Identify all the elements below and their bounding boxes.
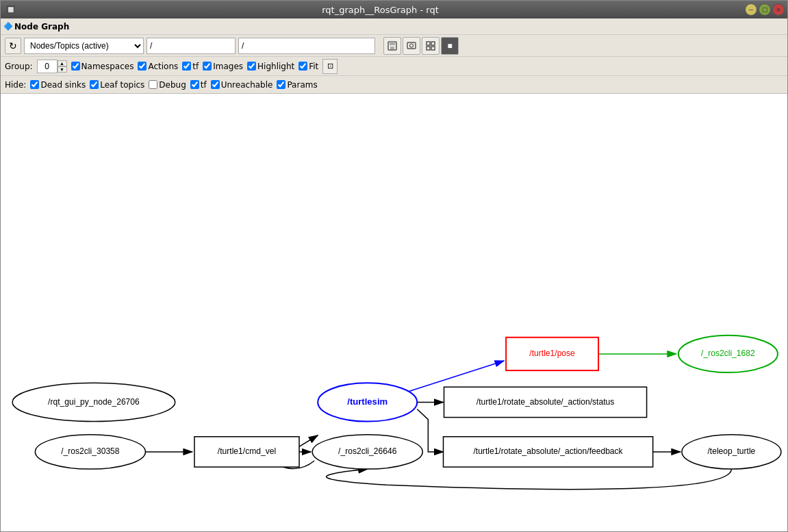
hide-tf-label[interactable]: tf bbox=[190, 80, 207, 90]
tf-label[interactable]: tf bbox=[182, 62, 199, 71]
images-label[interactable]: Images bbox=[203, 62, 243, 71]
refresh-button[interactable]: ↻ bbox=[5, 38, 21, 54]
close-button[interactable]: × bbox=[772, 3, 785, 16]
titlebar: 🔲 rqt_graph__RosGraph - rqt − □ × bbox=[1, 1, 787, 18]
fit-icon-button[interactable]: ⊡ bbox=[322, 59, 338, 74]
toggle-bg-button[interactable]: ■ bbox=[441, 37, 459, 55]
group-label: Group: bbox=[5, 62, 33, 71]
toolbar: ↻ Nodes/Topics (active) Nodes only Topic… bbox=[1, 35, 787, 57]
app-icon: 🔲 bbox=[1, 5, 16, 14]
svg-rect-5 bbox=[427, 42, 430, 45]
debug-label[interactable]: Debug bbox=[149, 80, 186, 90]
svg-rect-6 bbox=[431, 42, 435, 45]
namespaces-label[interactable]: Namespaces bbox=[71, 62, 134, 71]
node-graph-icon: 🔷 bbox=[3, 22, 13, 31]
unreachable-label[interactable]: Unreachable bbox=[211, 80, 273, 90]
view-mode-dropdown[interactable]: Nodes/Topics (active) Nodes only Topics … bbox=[24, 38, 144, 54]
fit-view-button[interactable] bbox=[422, 37, 440, 55]
window-controls: − □ × bbox=[745, 3, 787, 16]
minimize-button[interactable]: − bbox=[745, 3, 757, 16]
tf-checkbox[interactable] bbox=[182, 62, 191, 71]
spin-up-button[interactable]: ▲ bbox=[58, 60, 67, 66]
svg-rect-1 bbox=[390, 42, 395, 45]
menubar: 🔷 Node Graph bbox=[1, 18, 787, 35]
node-turtlesim-label: /turtlesim bbox=[347, 396, 387, 407]
main-window: 🔲 rqt_graph__RosGraph - rqt − □ × 🔷 Node… bbox=[0, 0, 788, 532]
svg-point-4 bbox=[410, 44, 414, 47]
debug-checkbox[interactable] bbox=[149, 80, 157, 89]
node-rotate-feedback-label: /turtle1/rotate_absolute/_action/feedbac… bbox=[473, 446, 623, 456]
hide-row: Hide: Dead sinks Leaf topics Debug tf Un… bbox=[1, 76, 787, 94]
params-checkbox[interactable] bbox=[277, 80, 285, 89]
node-rotate-status-label: /turtle1/rotate_absolute/_action/status bbox=[476, 397, 614, 407]
svg-rect-3 bbox=[407, 42, 416, 49]
leaf-topics-checkbox[interactable] bbox=[90, 80, 99, 89]
app-name-label: Node Graph bbox=[14, 22, 69, 31]
node-ros2cli-1682-label: /_ros2cli_1682 bbox=[701, 349, 755, 358]
maximize-button[interactable]: □ bbox=[759, 3, 771, 16]
fit-checkbox[interactable] bbox=[298, 62, 307, 71]
node-teleop-turtle-label: /teleop_turtle bbox=[708, 446, 756, 456]
window-title: rqt_graph__RosGraph - rqt bbox=[16, 5, 745, 15]
spin-down-button[interactable]: ▼ bbox=[58, 66, 67, 73]
node-ros2cli-26646-label: /_ros2cli_26646 bbox=[338, 446, 397, 456]
highlight-label[interactable]: Highlight bbox=[247, 62, 294, 71]
dead-sinks-checkbox[interactable] bbox=[30, 80, 39, 89]
edge-teleop-ros2cli26646 bbox=[327, 469, 732, 490]
screenshot-button[interactable] bbox=[403, 37, 420, 55]
save-button[interactable] bbox=[383, 37, 401, 55]
leaf-topics-label[interactable]: Leaf topics bbox=[90, 80, 144, 90]
edge-turtlesim-rotatefeedback bbox=[417, 409, 443, 451]
node-cmd-vel-label: /turtle1/cmd_vel bbox=[218, 446, 276, 456]
controls-row: Group: ▲ ▼ Namespaces Actions tf Images … bbox=[1, 57, 787, 76]
graph-svg: /rqt_gui_py_node_26706 /_ros2cli_30358 /… bbox=[1, 94, 787, 531]
node-pose-label: /turtle1/pose bbox=[529, 349, 575, 358]
unreachable-checkbox[interactable] bbox=[211, 80, 220, 89]
actions-label[interactable]: Actions bbox=[138, 62, 178, 71]
dead-sinks-label[interactable]: Dead sinks bbox=[30, 80, 86, 90]
node-rqt-gui-label: /rqt_gui_py_node_26706 bbox=[48, 397, 140, 407]
svg-rect-7 bbox=[427, 47, 430, 50]
hide-tf-checkbox[interactable] bbox=[190, 80, 199, 89]
graph-area[interactable]: /rqt_gui_py_node_26706 /_ros2cli_30358 /… bbox=[1, 94, 787, 531]
images-checkbox[interactable] bbox=[203, 62, 212, 71]
group-spinner[interactable]: ▲ ▼ bbox=[37, 60, 67, 73]
highlight-checkbox[interactable] bbox=[247, 62, 256, 71]
toolbar-icons: ■ bbox=[383, 37, 459, 55]
filter1-input[interactable] bbox=[147, 38, 236, 54]
fit-label[interactable]: Fit bbox=[298, 62, 318, 71]
node-ros2cli-30358-label: /_ros2cli_30358 bbox=[61, 446, 120, 456]
svg-rect-2 bbox=[390, 47, 394, 49]
params-label[interactable]: Params bbox=[277, 80, 317, 90]
actions-checkbox[interactable] bbox=[138, 62, 147, 71]
svg-rect-8 bbox=[431, 47, 435, 50]
filter2-input[interactable] bbox=[238, 38, 375, 54]
namespaces-checkbox[interactable] bbox=[71, 62, 80, 71]
edge-cmdvel-turtlesim bbox=[298, 435, 318, 447]
hide-label: Hide: bbox=[5, 80, 26, 90]
group-input[interactable] bbox=[37, 60, 58, 73]
spin-buttons: ▲ ▼ bbox=[58, 60, 67, 73]
